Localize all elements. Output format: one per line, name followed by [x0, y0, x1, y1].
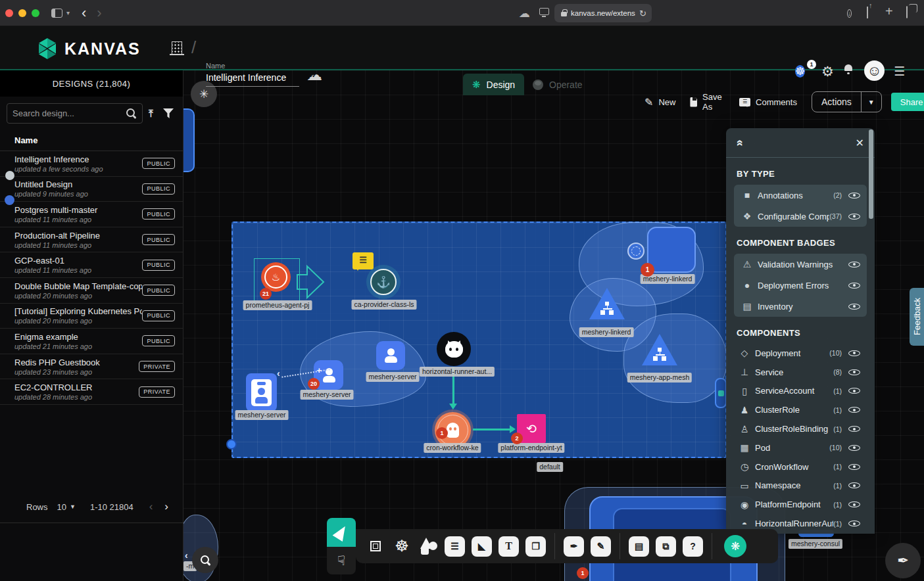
component-row[interactable]: ⊥ Service (8): [734, 363, 867, 382]
visibility-eye-icon[interactable]: [848, 367, 860, 378]
device-icon[interactable]: [539, 8, 549, 15]
visibility-eye-icon[interactable]: [848, 499, 860, 510]
gear-icon[interactable]: ⚙: [821, 64, 834, 80]
component-row[interactable]: ♟ ClusterRole (1): [734, 400, 867, 419]
organization-icon[interactable]: [172, 41, 182, 54]
visibility-eye-icon[interactable]: [848, 404, 860, 415]
ca-provider-node[interactable]: ⚓: [370, 269, 397, 295]
chevron-down-icon[interactable]: ▾: [66, 9, 70, 16]
kubernetes-context-button[interactable]: ☸ 1: [795, 64, 812, 80]
visibility-badge[interactable]: PRIVATE: [139, 386, 175, 398]
comments-button[interactable]: ☰Comments: [739, 97, 797, 107]
kubernetes-tool-icon[interactable]: ☸: [389, 537, 415, 555]
node-badge[interactable]: 2: [511, 432, 523, 444]
drawer-tool-icon[interactable]: ▤: [629, 536, 649, 557]
node-badge[interactable]: 21: [260, 288, 272, 300]
list-item[interactable]: Redis PHP Guestbook updated 23 minutes a…: [0, 354, 183, 380]
select-tool-button[interactable]: [327, 518, 356, 547]
visibility-eye-icon[interactable]: [848, 348, 860, 359]
back-button[interactable]: ‹: [82, 9, 86, 18]
component-row[interactable]: ▭ Namespace (1): [734, 476, 867, 496]
meshery-server-node[interactable]: [376, 341, 405, 370]
service-blob[interactable]: [623, 314, 727, 403]
layer-row[interactable]: ❖ Configurable Compon (37): [734, 206, 867, 227]
address-bar[interactable]: kanvas.new/extension/meshmap?mode=design…: [554, 4, 652, 22]
feedback-tab[interactable]: Feedback: [910, 288, 924, 346]
pen-tool-icon[interactable]: ✒: [564, 536, 584, 557]
github-runner-node[interactable]: [437, 332, 471, 366]
visibility-badge[interactable]: PRIVATE: [139, 361, 175, 372]
avatar[interactable]: ☺: [864, 60, 885, 81]
components-tool-icon[interactable]: [370, 541, 381, 551]
visibility-eye-icon[interactable]: [848, 442, 860, 453]
component-row[interactable]: ◇ Deployment (10): [734, 344, 867, 363]
list-item[interactable]: GCP-east-01 updated 11 minutes ago PUBLI…: [0, 252, 183, 278]
search-input[interactable]: Search design...: [7, 103, 143, 124]
visibility-eye-icon[interactable]: [848, 280, 860, 291]
minimize-window-button[interactable]: [18, 9, 26, 17]
next-page-button[interactable]: ›: [164, 500, 168, 513]
visibility-badge[interactable]: PUBLIC: [142, 234, 175, 245]
service-account-node[interactable]: [246, 373, 277, 411]
meshery-icon[interactable]: ❋: [724, 535, 746, 557]
rows-per-page-select[interactable]: 10 ▼: [57, 502, 76, 512]
visibility-eye-icon[interactable]: [848, 423, 860, 434]
zoom-button[interactable]: [192, 547, 218, 573]
previous-page-button[interactable]: ‹: [149, 500, 153, 513]
save-as-button[interactable]: Save As: [690, 92, 725, 112]
list-item[interactable]: EC2-CONTROLLER updated 28 minutes ago PR…: [0, 379, 183, 405]
component-row[interactable]: ♙ ClusterRoleBinding (1): [734, 419, 867, 438]
sidebar-toggle-icon[interactable]: [51, 9, 62, 18]
layer-row[interactable]: ■ Annotations (2): [734, 185, 867, 206]
list-item[interactable]: Double Bubble Map Template-copy updated …: [0, 278, 183, 304]
collapse-panel-icon[interactable]: «: [733, 139, 747, 146]
layers-tool-icon[interactable]: ⧉: [656, 536, 676, 557]
visibility-eye-icon[interactable]: [848, 461, 860, 473]
comment-annotation-icon[interactable]: ☰: [353, 252, 374, 269]
pencil-tool-icon[interactable]: ✎: [591, 536, 611, 557]
note-tool-icon[interactable]: ❒: [525, 536, 546, 557]
layer-row[interactable]: ● Deployment Errors: [734, 275, 867, 296]
scrollbar-thumb[interactable]: [869, 129, 873, 219]
edge-cron-to-endpoint[interactable]: [473, 429, 511, 430]
linkerd-proxy-icon[interactable]: [627, 243, 644, 260]
column-header-name[interactable]: Name: [0, 128, 183, 151]
node-badge[interactable]: 1: [641, 263, 654, 277]
reload-icon[interactable]: ↻: [639, 9, 646, 18]
visibility-badge[interactable]: PUBLIC: [142, 285, 175, 296]
filter-icon[interactable]: [163, 108, 174, 118]
linkerd-node[interactable]: [647, 227, 696, 273]
kanvas-logo[interactable]: KANVAS: [36, 37, 141, 60]
visibility-badge[interactable]: PUBLIC: [142, 158, 175, 169]
visibility-eye-icon[interactable]: [848, 480, 860, 491]
component-row[interactable]: ▯ ServiceAccount (1): [734, 382, 867, 401]
component-row[interactable]: ◷ CronWorkflow (1): [734, 457, 867, 476]
visibility-badge[interactable]: PUBLIC: [142, 208, 175, 220]
url-text[interactable]: kanvas.new/extension/meshmap?mode=design…: [571, 9, 635, 17]
maximize-window-button[interactable]: [32, 9, 39, 17]
component-row[interactable]: ◉ PlatformEndpoint (1): [734, 495, 867, 514]
downloads-icon[interactable]: ↓: [847, 7, 852, 18]
visibility-badge[interactable]: PUBLIC: [142, 310, 175, 321]
node-badge[interactable]: 1: [436, 427, 448, 439]
node-badge[interactable]: 20: [308, 378, 320, 390]
list-item[interactable]: Postgres multi-master updated 11 minutes…: [0, 202, 183, 227]
visibility-eye-icon[interactable]: [848, 385, 860, 396]
close-icon[interactable]: ✕: [856, 137, 864, 149]
design-name-input[interactable]: Intelligent Inference: [206, 72, 299, 87]
list-item[interactable]: [Tutorial] Exploring Kubernetes Pod upda…: [0, 304, 183, 329]
list-item[interactable]: Enigma example updated 21 minutes ago PU…: [0, 329, 183, 354]
shapes-tool-icon[interactable]: [418, 536, 438, 556]
pen-fab-button[interactable]: ✒: [885, 543, 921, 578]
share-button[interactable]: Share: [891, 93, 924, 111]
list-item[interactable]: Production-alt Pipeline updated 11 minut…: [0, 227, 183, 253]
actions-dropdown-arrow[interactable]: ▼: [861, 92, 881, 112]
layer-row[interactable]: ▤ Inventory: [734, 296, 867, 317]
tab-operate[interactable]: Operate: [523, 74, 592, 95]
import-design-icon[interactable]: ⤒: [149, 108, 153, 120]
bell-icon[interactable]: [843, 64, 854, 76]
visibility-eye-icon[interactable]: [848, 301, 860, 312]
image-tool-icon[interactable]: ◣: [472, 536, 492, 557]
list-item[interactable]: Untitled Design updated 9 minutes ago PU…: [0, 177, 183, 202]
clipped-node-left-top[interactable]: [183, 108, 195, 172]
